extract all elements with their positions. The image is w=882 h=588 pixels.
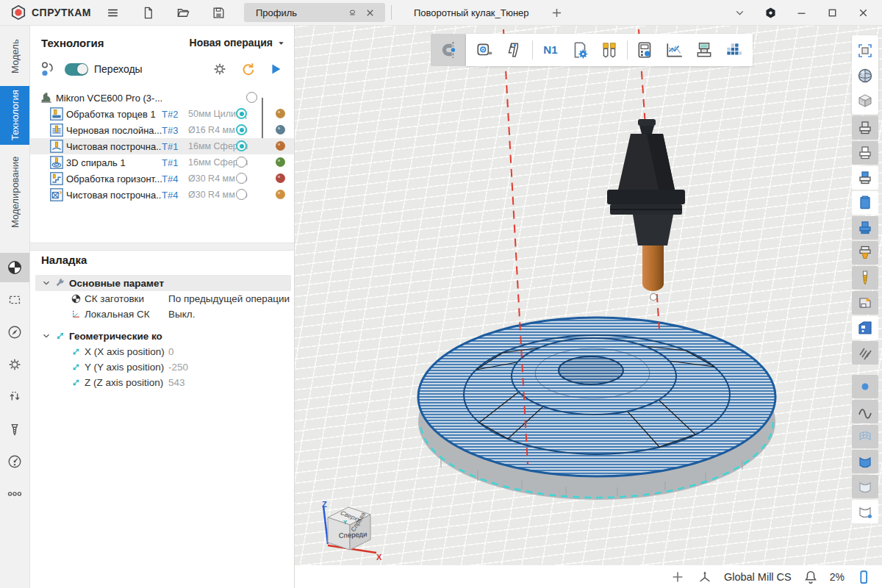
run-simulation-icon[interactable] — [268, 61, 284, 77]
transform-arrows-icon[interactable] — [0, 382, 29, 412]
gauge-icon[interactable] — [0, 447, 29, 476]
param-value[interactable]: 543 — [168, 377, 185, 388]
param-value[interactable]: 0 — [168, 346, 174, 357]
operation-row[interactable]: 3D спираль 1T#116мм Сферич — [29, 154, 294, 171]
n1-program-icon[interactable]: N1 — [536, 35, 565, 65]
press-icon[interactable] — [689, 35, 719, 65]
close-profile-tab-icon[interactable] — [362, 4, 379, 21]
operation-computed-radio[interactable] — [236, 108, 247, 119]
machine-radio[interactable] — [246, 92, 257, 103]
chevron-down-icon[interactable] — [41, 278, 51, 288]
param-value[interactable]: По предыдущей операции — [168, 293, 290, 304]
param-group-header[interactable]: Основные парамет — [35, 275, 291, 291]
stock-cyl-icon[interactable] — [852, 116, 878, 140]
param-row[interactable]: СК заготовкиПо предыдущей операции — [29, 291, 294, 306]
curve-icon[interactable] — [852, 400, 878, 423]
maximize-icon[interactable] — [823, 4, 841, 21]
save-icon[interactable] — [210, 4, 228, 21]
operation-computed-radio[interactable] — [236, 189, 247, 200]
operation-row[interactable]: Обработка горизонт...T#4Ø30 R4 мм То — [29, 171, 294, 187]
sphere-view-icon[interactable] — [852, 64, 878, 87]
notifications-bell-icon[interactable] — [803, 569, 819, 585]
operation-row[interactable]: Чистовая построчна...T#4Ø30 R4 мм То — [29, 187, 294, 203]
operation-color-dot[interactable] — [276, 125, 285, 135]
new-tab-plus-icon[interactable] — [548, 4, 566, 21]
calculator-icon[interactable] — [631, 35, 660, 65]
tool-spindle-model[interactable] — [607, 119, 685, 301]
open-folder-icon[interactable] — [175, 4, 193, 21]
operation-color-dot[interactable] — [276, 173, 285, 183]
operation-computed-radio[interactable] — [236, 124, 247, 135]
sidebar-tab-3[interactable]: Моделирование — [0, 148, 29, 235]
machine-row[interactable]: Mikron VCE600 Pro (3-... — [29, 90, 294, 106]
hatch-icon[interactable] — [852, 341, 878, 365]
operation-color-dot[interactable] — [276, 141, 285, 151]
transitions-toggle[interactable] — [65, 63, 88, 76]
recalculate-icon[interactable] — [240, 61, 256, 77]
document-tab-title[interactable]: Поворотный кулак_Тюнер — [414, 7, 529, 18]
add-cs-plus-icon[interactable] — [670, 569, 686, 585]
param-row[interactable]: X (X axis position)0 — [29, 344, 294, 359]
minimize-icon[interactable] — [792, 4, 810, 21]
operation-row[interactable]: Чистовая построчна...T#116мм Сферич — [29, 138, 294, 154]
drill-bit-icon[interactable] — [852, 266, 878, 290]
more-dots-icon[interactable] — [0, 479, 29, 509]
surface-light-icon[interactable] — [852, 475, 878, 498]
param-row[interactable]: Локальная СКВыкл. — [29, 306, 294, 322]
scene-canvas[interactable]: Z X Y Спереди Сверху Справа — [294, 25, 882, 588]
gear-icon[interactable] — [0, 350, 29, 379]
stock-blue2-icon[interactable] — [852, 216, 878, 240]
param-row[interactable]: Z (Z axis position)543 — [29, 375, 294, 390]
machined-part-model[interactable] — [418, 318, 775, 500]
fit-selection-icon[interactable] — [852, 39, 878, 62]
navigation-cube[interactable]: Z X Y Спереди Сверху Справа — [322, 500, 382, 562]
blocks-icon[interactable] — [719, 35, 748, 65]
operation-row[interactable]: Черновая послойна...T#3Ø16 R4 мм То — [29, 122, 294, 138]
mill-machine-icon[interactable] — [852, 316, 878, 340]
menu-hamburger-icon[interactable] — [104, 4, 122, 21]
param-value[interactable]: Выкл. — [168, 309, 195, 320]
stock-outline-icon[interactable] — [852, 141, 878, 165]
surface-dot-icon[interactable] — [852, 500, 878, 523]
surface-wire-icon[interactable] — [852, 425, 878, 448]
operation-color-dot[interactable] — [276, 109, 285, 118]
tape-measure-icon[interactable] — [470, 35, 500, 65]
coordinate-system-icon[interactable] — [697, 569, 713, 585]
caliper-icon[interactable] — [500, 35, 529, 65]
settings-hexagon-icon[interactable] — [761, 4, 779, 21]
chart-icon[interactable] — [660, 35, 689, 65]
operation-computed-radio[interactable] — [236, 140, 247, 151]
chevron-down-icon[interactable] — [731, 4, 748, 21]
compass-icon[interactable] — [0, 318, 29, 347]
box-section-icon[interactable] — [852, 89, 878, 112]
tool-drill-icon[interactable] — [0, 415, 29, 444]
collet-icon[interactable] — [595, 35, 624, 65]
param-row[interactable]: Y (Y axis position)-250 — [29, 359, 294, 375]
operation-computed-radio[interactable] — [236, 173, 247, 184]
dot-blue-icon[interactable] — [852, 375, 878, 398]
stock-top-blue-icon[interactable] — [852, 166, 878, 190]
operation-settings-gear-icon[interactable] — [212, 61, 228, 77]
chevron-down-icon[interactable] — [41, 331, 51, 341]
machine-head-icon[interactable] — [852, 291, 878, 315]
operation-row[interactable]: Обработка торцев 1T#250мм Цилинд — [29, 106, 294, 122]
selection-dashed-icon[interactable] — [0, 285, 29, 315]
active-cs-label[interactable]: Global Mill CS — [724, 571, 792, 583]
param-value[interactable]: -250 — [168, 362, 188, 373]
doc-gear-icon[interactable] — [565, 35, 595, 65]
3d-viewport[interactable]: Z X Y Спереди Сверху Справа N1 Global Mi… — [294, 25, 882, 588]
operation-color-dot[interactable] — [276, 190, 285, 199]
param-group-header[interactable]: Геометрические ко — [35, 328, 291, 344]
new-document-icon[interactable] — [140, 4, 157, 21]
operation-color-dot[interactable] — [276, 157, 285, 167]
profile-tab[interactable]: Профиль — [244, 3, 385, 22]
holder-icon[interactable] — [852, 241, 878, 265]
surface-blue-icon[interactable] — [852, 450, 878, 473]
stock-blue-icon[interactable] — [852, 191, 878, 215]
sidebar-tab-1[interactable]: Модель — [0, 31, 29, 82]
close-window-icon[interactable] — [854, 4, 872, 21]
operation-computed-radio[interactable] — [236, 157, 247, 168]
new-operation-dropdown[interactable]: Новая операция — [190, 37, 285, 49]
unpin-icon[interactable] — [344, 4, 362, 21]
stock-quadrant-icon[interactable] — [0, 253, 29, 282]
